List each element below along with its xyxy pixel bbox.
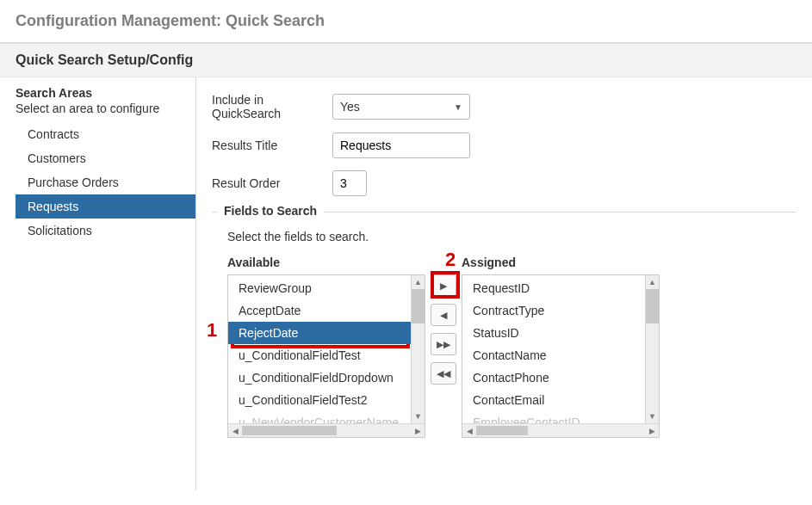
panel-header: Quick Search Setup/Config — [0, 43, 812, 77]
list-item[interactable]: ContactPhone — [462, 366, 645, 389]
available-vscroll[interactable]: ▲ ▼ — [411, 275, 425, 423]
list-item[interactable]: u_ConditionalFieldTest — [228, 344, 411, 366]
include-select[interactable]: Yes ▼ — [332, 94, 470, 120]
list-item[interactable]: u_ConditionalFieldDropdown — [228, 366, 411, 389]
page-title: Configuration Management: Quick Search — [0, 0, 812, 42]
remove-all-button[interactable]: ◀◀ — [431, 362, 456, 385]
scroll-right-icon[interactable]: ▶ — [411, 424, 425, 437]
fields-to-search-section: Fields to Search Select the fields to se… — [212, 212, 797, 450]
sidebar-subheading: Select an area to configure — [15, 102, 195, 115]
available-listbox[interactable]: ReviewGroupAcceptDateRejectDateu_Conditi… — [227, 274, 425, 438]
scroll-up-icon[interactable]: ▲ — [646, 275, 659, 289]
list-item[interactable]: EmployeeContactID — [462, 411, 645, 423]
available-column: Available ReviewGroupAcceptDateRejectDat… — [227, 256, 425, 438]
annotation-1: 1 — [207, 319, 217, 342]
sidebar-item-contracts[interactable]: Contracts — [15, 122, 195, 146]
scroll-right-icon[interactable]: ▶ — [645, 424, 659, 437]
sidebar-item-requests[interactable]: Requests — [15, 194, 195, 219]
sidebar: Search Areas Select an area to configure… — [0, 77, 196, 490]
assigned-listbox[interactable]: RequestIDContractTypeStatusIDContactName… — [462, 274, 660, 438]
include-select-value: Yes — [340, 100, 360, 114]
sidebar-item-solicitations[interactable]: Solicitations — [15, 219, 195, 243]
scroll-left-icon[interactable]: ◀ — [462, 424, 476, 437]
scroll-down-icon[interactable]: ▼ — [412, 410, 425, 423]
results-title-label: Results Title — [212, 139, 332, 152]
include-label: Include in QuickSearch — [212, 93, 332, 120]
fields-legend: Fields to Search — [217, 204, 324, 218]
scroll-up-icon[interactable]: ▲ — [412, 275, 425, 289]
list-item[interactable]: ContactEmail — [462, 389, 645, 411]
list-item[interactable]: AcceptDate — [228, 299, 411, 322]
available-label: Available — [227, 256, 425, 269]
hscroll-thumb[interactable] — [476, 426, 528, 435]
assigned-column: Assigned RequestIDContractTypeStatusIDCo… — [462, 256, 660, 438]
caret-down-icon: ▼ — [454, 102, 462, 112]
hscroll-thumb[interactable] — [242, 426, 337, 435]
scroll-down-icon[interactable]: ▼ — [646, 410, 659, 423]
result-order-label: Result Order — [212, 176, 332, 190]
vscroll-thumb[interactable] — [646, 289, 659, 323]
add-one-button[interactable]: ▶ — [431, 274, 456, 297]
vscroll-thumb[interactable] — [412, 289, 425, 323]
sidebar-item-customers[interactable]: Customers — [15, 146, 195, 170]
list-item[interactable]: RequestID — [462, 277, 645, 299]
assigned-vscroll[interactable]: ▲ ▼ — [645, 275, 659, 423]
list-item[interactable]: ReviewGroup — [228, 277, 411, 299]
transfer-buttons: ▶ ◀ ▶▶ ◀◀ — [431, 256, 456, 385]
assigned-label: Assigned — [462, 256, 660, 269]
list-item[interactable]: ContactName — [462, 344, 645, 366]
scroll-left-icon[interactable]: ◀ — [228, 424, 242, 437]
remove-one-button[interactable]: ◀ — [431, 304, 456, 326]
sidebar-item-purchase-orders[interactable]: Purchase Orders — [15, 170, 195, 194]
list-item[interactable]: ContractType — [462, 299, 645, 322]
list-item[interactable]: StatusID — [462, 322, 645, 344]
list-item[interactable]: u_NewVendorCustomerName — [228, 411, 411, 423]
available-hscroll[interactable]: ◀ ▶ — [228, 423, 425, 437]
list-item[interactable]: RejectDate — [228, 322, 411, 344]
main-panel: Include in QuickSearch Yes ▼ Results Tit… — [196, 77, 812, 490]
list-item[interactable]: u_ConditionalFieldTest2 — [228, 389, 411, 411]
add-all-button[interactable]: ▶▶ — [431, 333, 456, 355]
assigned-hscroll[interactable]: ◀ ▶ — [462, 423, 659, 437]
fields-subtext: Select the fields to search. — [227, 230, 784, 243]
result-order-input[interactable] — [332, 170, 367, 196]
sidebar-heading: Search Areas — [15, 86, 195, 100]
annotation-2: 2 — [445, 249, 456, 271]
results-title-input[interactable] — [332, 132, 470, 158]
